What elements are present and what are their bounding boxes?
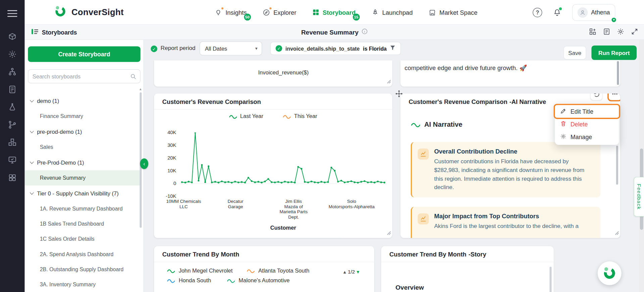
document-icon[interactable] [8,85,17,94]
create-storyboard-button[interactable]: Create Storyboard [28,46,140,62]
ai-wave-icon [411,122,420,127]
group-label: Tier 0 - Supply Chain Visibility (7) [37,190,118,196]
card-title: Customer's Revenue Comparison [162,98,261,105]
drag-move-icon[interactable] [396,90,403,99]
feedback-label: Feedback [636,184,642,210]
hierarchy-icon[interactable] [8,67,17,76]
brand-logo[interactable]: ConverSight [53,4,123,20]
info-icon[interactable] [361,28,367,36]
legend-item[interactable]: Atlanta Toyota South [247,268,309,274]
storyboard-group[interactable]: Tier 0 - Supply Chain Visibility (7) [24,185,140,201]
story-overview-heading: Overview [396,284,424,291]
storyboard-item-selected[interactable]: Revenue Summary [24,170,140,185]
storyboard-item[interactable]: 3A. Inventory Summary [24,277,140,292]
filter-chip[interactable]: ✓ invoice_details.ship_to_state is Flori… [270,42,401,55]
axis-title: Invoiced_revenue($) [179,69,388,75]
notification-bell-icon[interactable] [553,8,561,17]
group-label: Pre-Prod-Demo (1) [37,159,84,165]
nav-explorer[interactable]: Explorer [262,0,296,24]
legend-this-year[interactable]: This Year [283,113,317,119]
branch-icon[interactable] [8,120,17,129]
page-down-icon[interactable]: ▼ [356,270,360,275]
feedback-tab[interactable]: Feedback [634,177,644,217]
run-report-button[interactable]: Run Report [591,46,637,60]
conversight-assistant-button[interactable] [598,261,622,285]
app-root: ConverSight Insights 50 Explorer Storybo… [0,0,644,292]
menu-item-manage[interactable]: Manage [555,130,619,143]
card-scrollbar-thumb[interactable] [616,145,618,184]
shipment-box-icon[interactable] [8,32,17,41]
report-period-select[interactable]: All Dates ▾ [200,42,262,56]
user-menu[interactable]: Athena ▾ [572,4,615,21]
resize-grip[interactable] [615,229,619,237]
card-title: Customer Trend By Month [162,251,239,258]
chevron-down-icon: ▾ [255,46,258,51]
gear-icon[interactable] [617,28,624,37]
help-icon[interactable]: ? [533,8,542,17]
storyboard-item[interactable]: 1B Sales Trend Dashboard [24,216,140,231]
chevron-down-icon [30,191,34,195]
legend-item[interactable]: John Megel Chevrolet [167,268,237,274]
report-notes-icon[interactable] [603,28,610,37]
storyboard-group[interactable]: pre-prod-demo (1) [24,124,140,140]
nav-count-badge: 15 [353,13,360,20]
legend-item[interactable]: Malone's Automotive [227,277,290,283]
nav-market-space[interactable]: Market Space [428,0,477,24]
card-title-suffix: -Story [468,251,486,258]
user-status-badge: ▾ [611,17,617,23]
nav-right-cluster: ? Athena ▾ [533,0,615,24]
widgets-add-icon[interactable] [589,28,596,37]
nav-insights[interactable]: Insights 50 [214,0,247,24]
notification-dot [559,7,562,10]
storyboard-group[interactable]: demo (1) [24,93,140,109]
notification-dot [221,7,224,9]
panel-collapse-arrow[interactable]: ‹ [140,158,148,169]
chart-insight-icon [418,149,429,160]
top-navbar: ConverSight Insights 50 Explorer Storybo… [24,0,644,24]
blocks-icon[interactable] [8,173,17,182]
refresh-undo-icon[interactable] [591,94,602,100]
brand-name: ConverSight [71,7,123,17]
settings-gear-icon[interactable] [8,49,17,58]
scroll-up-arrow-icon[interactable]: ▲ [139,87,142,91]
storyboard-group[interactable]: Pre-Prod-Demo (1) [24,155,140,170]
menu-item-edit-title[interactable]: Edit Title [555,105,619,118]
menu-item-delete[interactable]: Delete [555,118,619,130]
cubes-icon[interactable] [8,138,17,147]
storyboards-list-icon [31,28,39,37]
more-options-icon[interactable] [609,94,620,100]
insight-title: Major Impact from Top Contributors [434,213,579,220]
page-scrollbar[interactable] [639,40,644,292]
legend-item[interactable]: Honda South [167,277,217,283]
flask-icon[interactable] [8,102,17,111]
launchpad-rocket-icon [371,8,379,16]
storyboard-item[interactable]: 2A. Spend Analysis Dashboard [24,247,140,262]
storyboard-searchbox [28,69,140,83]
report-period-check-icon[interactable]: ✓ [151,46,157,52]
expand-fullscreen-icon[interactable] [631,28,638,37]
storyboard-item[interactable]: Sales [24,139,140,155]
page-title-wrap: Revenue Summary [301,24,367,40]
storyboard-item[interactable]: Finance Summary [24,109,140,124]
monitor-check-icon[interactable] [8,155,17,164]
report-period-value: All Dates [205,45,227,51]
line-chart[interactable] [180,132,387,196]
storyboard-item[interactable]: 1A. Revenue Summary Dashboard [24,201,140,216]
hamburger-menu-icon[interactable] [7,8,17,18]
page-up-icon[interactable]: ▲ [343,270,347,275]
resize-grip[interactable] [387,229,391,237]
legend-last-year[interactable]: Last Year [229,113,263,119]
nav-label: Market Space [439,9,477,16]
storyboard-item[interactable]: 1C Sales Order Details [24,231,140,246]
card-scrollbar-thumb[interactable] [617,61,619,85]
save-button[interactable]: Save [563,46,586,59]
storyboards-panel-toggle[interactable]: Storyboards [31,24,77,40]
trend-by-month-card: Customer Trend By Month John Megel Chevr… [154,246,374,292]
resize-grip[interactable] [387,78,391,85]
card-scrollbar-thumb[interactable] [550,267,552,292]
card-title: Customer's Revenue Comparison-AI Narrati… [409,98,546,105]
nav-launchpad[interactable]: Launchpad [371,0,413,24]
nav-storyboard[interactable]: Storyboard 15 [312,0,356,24]
search-input[interactable] [28,73,130,79]
storyboard-item[interactable]: 2B. Outstanding Supply Dashboard [24,262,140,277]
